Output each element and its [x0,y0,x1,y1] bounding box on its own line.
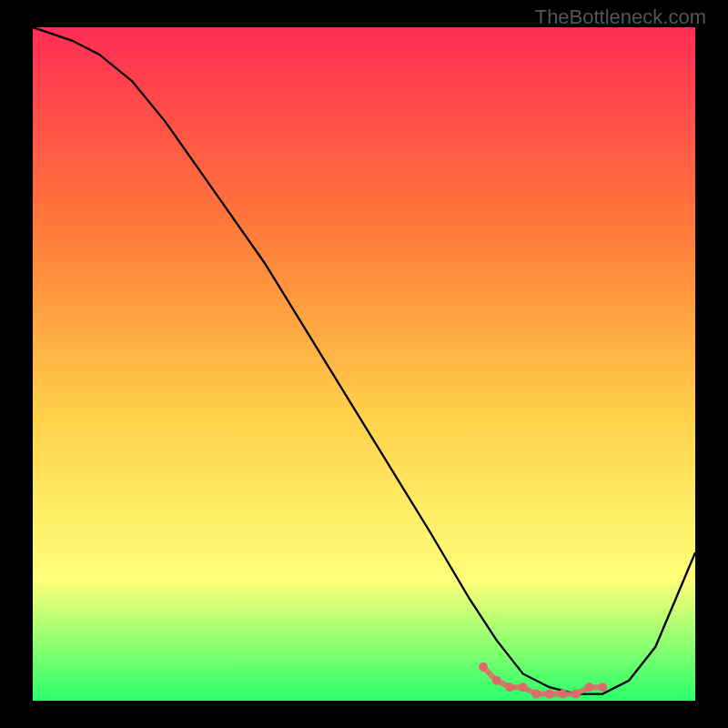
optimal-zone-marker [505,682,514,692]
chart-svg [33,27,695,701]
optimal-zone-marker [492,676,501,685]
optimal-zone-marker [571,690,581,699]
plot-area [33,27,695,701]
optimal-zone-marker [531,690,541,699]
optimal-zone-marker [558,690,567,699]
optimal-zone-marker [545,690,554,699]
chart-frame: TheBottleneck.com [0,0,728,728]
watermark-text: TheBottleneck.com [535,5,706,29]
optimal-zone-marker [479,662,488,672]
optimal-zone-marker [585,682,594,692]
optimal-zone-marker [598,682,607,692]
optimal-zone-marker [519,682,528,692]
gradient-background [33,27,695,701]
